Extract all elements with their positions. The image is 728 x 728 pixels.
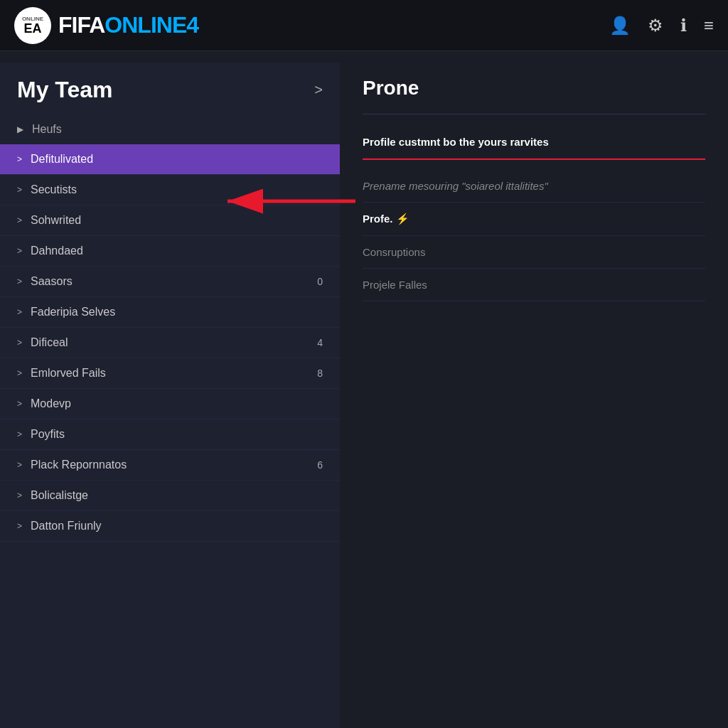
chevron-icon: > bbox=[17, 338, 22, 348]
chevron-icon: > bbox=[17, 215, 22, 225]
sidebar-item-bolicalistge[interactable]: > Bolicalistge bbox=[0, 481, 340, 511]
chevron-icon: > bbox=[17, 277, 22, 287]
chevron-icon: > bbox=[17, 368, 22, 378]
item-count: 6 bbox=[317, 459, 323, 471]
sidebar: My Team > ▶ Heufs > Defitulivated > Secu… bbox=[0, 63, 340, 728]
chevron-icon: > bbox=[17, 521, 22, 531]
sidebar-item-label: Dahndaed bbox=[31, 245, 323, 257]
ea-badge: ONLINE EA bbox=[14, 7, 51, 44]
sidebar-item-secutists[interactable]: > Secutists bbox=[0, 175, 340, 205]
menu-icon[interactable]: ≡ bbox=[704, 16, 714, 36]
divider bbox=[363, 114, 705, 114]
header: ONLINE EA FIFAONLINE4 👤 ⚙ ℹ ≡ bbox=[0, 0, 728, 51]
chevron-icon: ▶ bbox=[17, 124, 23, 134]
chevron-icon: > bbox=[17, 246, 22, 256]
header-logo: ONLINE EA FIFAONLINE4 bbox=[14, 7, 198, 44]
chevron-icon: > bbox=[17, 307, 22, 317]
right-item-consruptions: Consruptions bbox=[363, 236, 705, 269]
sidebar-header: My Team > bbox=[0, 63, 340, 114]
user-icon[interactable]: 👤 bbox=[609, 16, 631, 36]
sidebar-item-saasors[interactable]: > Saasors 0 bbox=[0, 267, 340, 297]
sidebar-item-label: Bolicalistge bbox=[31, 489, 323, 502]
chevron-icon: > bbox=[17, 399, 22, 409]
logo-text: FIFAONLINE4 bbox=[58, 12, 198, 38]
right-item-profe: Profe. ⚡ bbox=[363, 203, 705, 236]
sidebar-item-dahndaed[interactable]: > Dahndaed bbox=[0, 236, 340, 267]
sidebar-title: My Team bbox=[17, 77, 113, 103]
right-item-projele-falles: Projele Falles bbox=[363, 269, 705, 301]
sidebar-item-poyfits[interactable]: > Poyfits bbox=[0, 419, 340, 450]
logo-fifa: FIFA bbox=[58, 12, 105, 38]
item-count: 8 bbox=[317, 368, 323, 379]
sidebar-item-plack-repornnatos[interactable]: > Plack Repornnatos 6 bbox=[0, 450, 340, 481]
chevron-icon: > bbox=[17, 460, 22, 470]
sidebar-item-datton-friunly[interactable]: > Datton Friunly bbox=[0, 511, 340, 542]
header-icons: 👤 ⚙ ℹ ≡ bbox=[609, 16, 714, 36]
chevron-icon: > bbox=[17, 491, 22, 500]
chevron-icon: > bbox=[17, 154, 22, 164]
sidebar-item-defitulivated[interactable]: > Defitulivated bbox=[0, 144, 340, 175]
sidebar-item-sohwrited[interactable]: > Sohwrited bbox=[0, 205, 340, 236]
sidebar-expand-arrow[interactable]: > bbox=[314, 82, 323, 98]
sidebar-item-emlorved-fails[interactable]: > Emlorved Fails 8 bbox=[0, 358, 340, 389]
sidebar-item-label: Datton Friunly bbox=[31, 520, 323, 532]
chevron-icon: > bbox=[17, 429, 22, 439]
sidebar-item-faderipia-selves[interactable]: > Faderipia Selves bbox=[0, 297, 340, 328]
sidebar-item-label: Secutists bbox=[31, 183, 323, 196]
item-count: 4 bbox=[317, 337, 323, 348]
sidebar-item-label: Sohwrited bbox=[31, 214, 323, 227]
main-layout: My Team > ▶ Heufs > Defitulivated > Secu… bbox=[0, 63, 728, 728]
right-panel-title: Prone bbox=[363, 77, 705, 100]
logo-4: 4 bbox=[186, 12, 198, 38]
sidebar-item-label: Faderipia Selves bbox=[31, 306, 323, 318]
sidebar-item-modevp[interactable]: > Modevp bbox=[0, 389, 340, 419]
chevron-icon: > bbox=[17, 185, 22, 195]
sidebar-item-label: Heufs bbox=[32, 123, 323, 136]
sidebar-item-label: Dificeal bbox=[31, 336, 317, 349]
sidebar-item-label: Emlorved Fails bbox=[31, 367, 317, 380]
sidebar-item-heufs[interactable]: ▶ Heufs bbox=[0, 114, 340, 144]
sidebar-item-label: Saasors bbox=[31, 275, 317, 288]
info-icon[interactable]: ℹ bbox=[680, 16, 687, 36]
sidebar-item-label: Poyfits bbox=[31, 428, 323, 441]
item-count: 0 bbox=[317, 276, 323, 287]
red-underline bbox=[363, 159, 705, 160]
gear-icon[interactable]: ⚙ bbox=[648, 16, 663, 36]
sidebar-item-label: Plack Repornnatos bbox=[31, 459, 317, 471]
right-item-profile-custmnt: Profile custmnt bo the yours rarvites bbox=[363, 126, 705, 159]
sidebar-item-label: Defitulivated bbox=[31, 153, 323, 166]
sidebar-item-dificeal[interactable]: > Dificeal 4 bbox=[0, 328, 340, 358]
logo-online: ONLINE bbox=[105, 12, 186, 38]
sidebar-item-label: Modevp bbox=[31, 397, 323, 410]
right-panel: Prone Profile custmnt bo the yours rarvi… bbox=[340, 63, 728, 728]
right-item-prename: Prename mesouring "soiareol ittalitites" bbox=[363, 170, 705, 203]
